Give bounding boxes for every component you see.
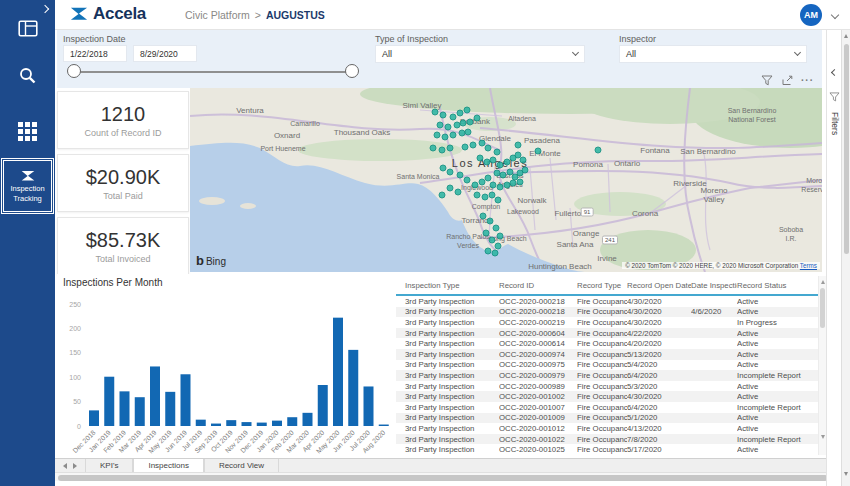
user-avatar[interactable]: AM: [800, 4, 822, 26]
bar-Mar 2020[interactable]: [303, 413, 313, 426]
expand-filters-chevron-icon[interactable]: [831, 69, 838, 76]
scroll-up-icon[interactable]: [844, 34, 848, 38]
column-header-record-status[interactable]: Record Status: [737, 281, 813, 290]
map-data-point[interactable]: [432, 109, 439, 116]
table-row[interactable]: 3rd Party InspectionOCC-2020-001009Fire …: [396, 413, 826, 424]
map-data-point[interactable]: [470, 142, 477, 149]
bar-Jun 2019[interactable]: [181, 374, 191, 426]
map-data-point[interactable]: [474, 115, 481, 122]
map-data-point[interactable]: [437, 122, 444, 129]
table-row[interactable]: 3rd Party InspectionOCC-2020-001022Fire …: [396, 434, 826, 445]
table-row[interactable]: 3rd Party InspectionOCC-2020-000989Fire …: [396, 381, 826, 392]
bar-Jun 2020[interactable]: [348, 350, 358, 426]
map-data-point[interactable]: [479, 179, 486, 186]
map-data-point[interactable]: [517, 179, 524, 186]
table-scrollbar[interactable]: [818, 276, 826, 455]
sidebar-item-inspection-tracking[interactable]: Inspection Tracking: [3, 160, 52, 212]
map-data-point[interactable]: [485, 248, 492, 255]
map-visual[interactable]: b Bing © 2020 TomTom © 2020 HERE, © 2020…: [190, 88, 822, 272]
map-data-point[interactable]: [490, 182, 497, 189]
page-vertical-scrollbar[interactable]: [841, 30, 850, 486]
table-row[interactable]: 3rd Party InspectionOCC-2020-001002Fire …: [396, 391, 826, 402]
panel-layout-icon[interactable]: [0, 20, 55, 37]
map-data-point[interactable]: [495, 243, 502, 250]
bar-Jul 2020[interactable]: [364, 386, 374, 426]
map-data-point[interactable]: [489, 237, 496, 244]
bar-May 2019[interactable]: [165, 392, 175, 426]
bar-Jan 2019[interactable]: [104, 377, 114, 426]
map-data-point[interactable]: [515, 142, 522, 149]
focus-mode-icon[interactable]: [781, 75, 793, 86]
map-data-point[interactable]: [483, 230, 490, 237]
map-data-point[interactable]: [474, 192, 481, 199]
type-of-inspection-dropdown[interactable]: All: [375, 45, 585, 63]
map-data-point[interactable]: [457, 172, 464, 179]
more-options-icon[interactable]: ···: [801, 77, 814, 85]
bar-Dec 2018[interactable]: [89, 410, 99, 426]
table-row[interactable]: 3rd Party InspectionOCC-2020-000218Fire …: [396, 307, 826, 318]
bar-Oct 2019[interactable]: [226, 420, 236, 426]
bar-Apr 2020[interactable]: [318, 385, 328, 426]
bar-Nov 2019[interactable]: [242, 422, 252, 426]
column-header-record-type[interactable]: Record Type: [577, 281, 627, 290]
map-data-point[interactable]: [447, 169, 454, 176]
table-row[interactable]: 3rd Party InspectionOCC-2020-000974Fire …: [396, 349, 826, 360]
tab-prev-icon[interactable]: [63, 463, 67, 469]
map-data-point[interactable]: [439, 192, 446, 199]
tab-kpi-s[interactable]: KPI's: [85, 459, 133, 472]
bar-Jul 2019[interactable]: [196, 420, 206, 426]
bar-May 2020[interactable]: [333, 318, 343, 426]
map-data-point[interactable]: [445, 124, 452, 131]
date-start-input[interactable]: 1/22/2018: [63, 45, 127, 62]
map-data-point[interactable]: [447, 185, 454, 192]
table-row[interactable]: 3rd Party InspectionOCC-2020-001025Fire …: [396, 444, 826, 455]
map-data-point[interactable]: [464, 107, 471, 114]
map-data-point[interactable]: [477, 155, 484, 162]
map-data-point[interactable]: [457, 110, 464, 117]
date-slider-handle-end[interactable]: [345, 64, 359, 78]
bar-Dec 2019[interactable]: [257, 423, 267, 426]
map-data-point[interactable]: [595, 147, 602, 154]
map-data-point[interactable]: [440, 112, 447, 119]
map-data-point[interactable]: [492, 250, 499, 257]
map-data-point[interactable]: [455, 189, 462, 196]
map-data-point[interactable]: [430, 145, 437, 152]
map-data-point[interactable]: [464, 177, 471, 184]
map-data-point[interactable]: [482, 194, 489, 201]
map-data-point[interactable]: [442, 134, 449, 141]
bar-Feb 2020[interactable]: [287, 417, 297, 426]
filter-funnel-icon[interactable]: [761, 75, 773, 86]
tab-record-view[interactable]: Record View: [204, 459, 279, 472]
map-data-point[interactable]: [497, 184, 504, 191]
map-data-point[interactable]: [487, 218, 494, 225]
map-data-point[interactable]: [462, 144, 469, 151]
sidebar-expand-chevron-icon[interactable]: [41, 5, 49, 13]
vertical-scroll-thumb[interactable]: [844, 44, 849, 254]
map-data-point[interactable]: [497, 233, 504, 240]
map-data-point[interactable]: [434, 132, 441, 139]
scroll-down-icon[interactable]: [821, 435, 825, 439]
horizontal-scroll-thumb[interactable]: [58, 475, 828, 481]
bar-Sep 2019[interactable]: [211, 424, 221, 426]
map-data-point[interactable]: [494, 149, 501, 156]
map-data-point[interactable]: [510, 180, 517, 187]
apps-grid-icon[interactable]: [0, 122, 55, 141]
breadcrumb-app[interactable]: Civic Platform: [185, 9, 250, 21]
map-data-point[interactable]: [497, 162, 504, 169]
map-data-point[interactable]: [490, 157, 497, 164]
map-data-point[interactable]: [485, 145, 492, 152]
scroll-up-icon[interactable]: [821, 280, 825, 284]
map-data-point[interactable]: [467, 119, 474, 126]
table-scroll-thumb[interactable]: [820, 288, 825, 328]
scroll-down-icon[interactable]: [844, 472, 848, 476]
map-data-point[interactable]: [450, 132, 457, 139]
column-header-record-open-date[interactable]: Record Open Date: [627, 281, 691, 290]
bar-Apr 2019[interactable]: [150, 366, 160, 426]
inspector-dropdown[interactable]: All: [619, 45, 807, 63]
date-slider-handle-start[interactable]: [67, 64, 81, 78]
table-row[interactable]: 3rd Party InspectionOCC-2020-001012Fire …: [396, 423, 826, 434]
column-header-record-id[interactable]: Record ID: [499, 281, 577, 290]
map-data-point[interactable]: [520, 157, 527, 164]
bar-Mar 2019[interactable]: [135, 397, 145, 426]
bing-attribution[interactable]: b Bing: [196, 253, 226, 268]
